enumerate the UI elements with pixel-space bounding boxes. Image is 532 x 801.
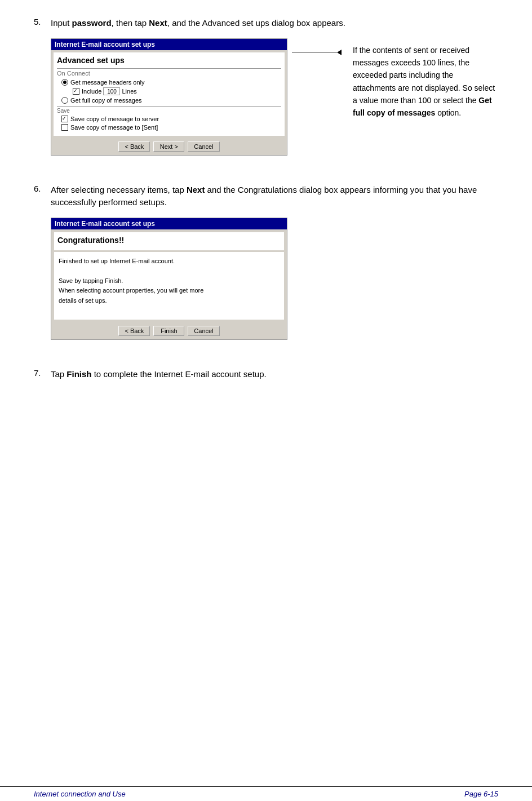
save-option1-label: Save copy of message to server (70, 116, 159, 122)
congrats-line4: details of set ups. (59, 296, 280, 306)
dialog1-buttons: < Back Next > Cancel (51, 138, 287, 155)
option2-radio[interactable] (61, 97, 68, 104)
option2-label: Get full copy of messages (70, 97, 142, 104)
step-7-number: 7. (34, 368, 51, 381)
page-footer: Internet connection and Use Page 6-15 (0, 786, 532, 801)
save-section: Save Save copy of message to server Save… (57, 106, 281, 131)
cancel-button-2[interactable]: Cancel (188, 326, 219, 336)
side-note-text1: If the contents of sent or received mess… (353, 46, 495, 118)
congrats-body: Finished to set up Internet E-mail accou… (54, 252, 284, 320)
arrow-line-body (292, 52, 337, 52)
cancel-button-1[interactable]: Cancel (188, 141, 219, 152)
step-5-number: 5. (34, 17, 51, 167)
step-7-body: Tap Finish to complete the Internet E-ma… (51, 368, 498, 381)
option1-label: Get message headers only (70, 79, 144, 86)
step-5: 5. Input password, then tap Next, and th… (34, 17, 498, 167)
option2-row: Get full copy of messages (61, 97, 281, 104)
include-label: Include (82, 88, 101, 95)
finish-button[interactable]: Finish (153, 326, 184, 336)
congrats-dialog-container: Internet E-mail account set ups Congratu… (51, 218, 498, 340)
back-button-1[interactable]: < Back (118, 141, 150, 152)
congrats-body-text: Finished to set up Internet E-mail accou… (59, 256, 280, 306)
footer-right: Page 6-15 (464, 790, 498, 798)
back-button-2[interactable]: < Back (118, 326, 150, 336)
congrats-titlebar: Internet E-mail account set ups (51, 218, 287, 229)
dialog1-inner: Advanced set ups On Connect Get message … (54, 52, 285, 136)
next-button-1[interactable]: Next > (153, 141, 184, 152)
congrats-dialog: Internet E-mail account set ups Congratu… (51, 218, 287, 340)
include-row: Include 100 Lines (73, 87, 281, 95)
save-option2-row: Save copy of message to [Sent] (61, 124, 281, 131)
footer-left: Internet connection and Use (34, 790, 126, 798)
dialog1-container: Internet E-mail account set ups Advanced… (51, 38, 498, 156)
on-connect-label: On Connect (57, 68, 281, 77)
congrats-line3: When selecting account properties, you w… (59, 286, 280, 296)
congrats-line1: Finished to set up Internet E-mail accou… (59, 256, 280, 267)
step-6-number: 6. (34, 184, 51, 351)
side-note-bold: Get full copy of messages (353, 96, 492, 117)
include-value[interactable]: 100 (103, 87, 120, 95)
step-7-text: Tap Finish to complete the Internet E-ma… (51, 368, 498, 381)
option1-radio[interactable] (61, 79, 68, 86)
step-6: 6. After selecting necessary items, tap … (34, 184, 498, 351)
include-checkbox[interactable] (73, 88, 79, 95)
save-option2-label: Save copy of message to [Sent] (70, 124, 158, 131)
save-option1-checkbox[interactable] (61, 116, 68, 122)
step-6-body: After selecting necessary items, tap Nex… (51, 184, 498, 351)
lines-label: Lines (122, 88, 136, 95)
save-label: Save (57, 106, 281, 114)
arrow-head (337, 50, 342, 55)
side-note: If the contents of sent or received mess… (353, 44, 498, 120)
congrats-title: Congraturations!! (57, 236, 281, 245)
step-5-text: Input password, then tap Next, and the A… (51, 17, 498, 30)
dialog2-buttons: < Back Finish Cancel (51, 322, 287, 339)
save-option2-checkbox[interactable] (61, 124, 68, 131)
step-6-text: After selecting necessary items, tap Nex… (51, 184, 498, 209)
congrats-line2: Save by tapping Finish. (59, 276, 280, 286)
save-option1-row: Save copy of message to server (61, 116, 281, 122)
congrats-inner: Congraturations!! Finished to set up Int… (51, 229, 287, 322)
step-5-body: Input password, then tap Next, and the A… (51, 17, 498, 167)
step-7: 7. Tap Finish to complete the Internet E… (34, 368, 498, 381)
advanced-setup-dialog: Internet E-mail account set ups Advanced… (51, 38, 287, 156)
arrow-indicator (292, 50, 342, 55)
dialog1-title: Advanced set ups (57, 56, 281, 65)
option1-row: Get message headers only (61, 79, 281, 86)
congrats-header: Congraturations!! (54, 232, 284, 250)
dialog1-titlebar: Internet E-mail account set ups (51, 39, 287, 50)
